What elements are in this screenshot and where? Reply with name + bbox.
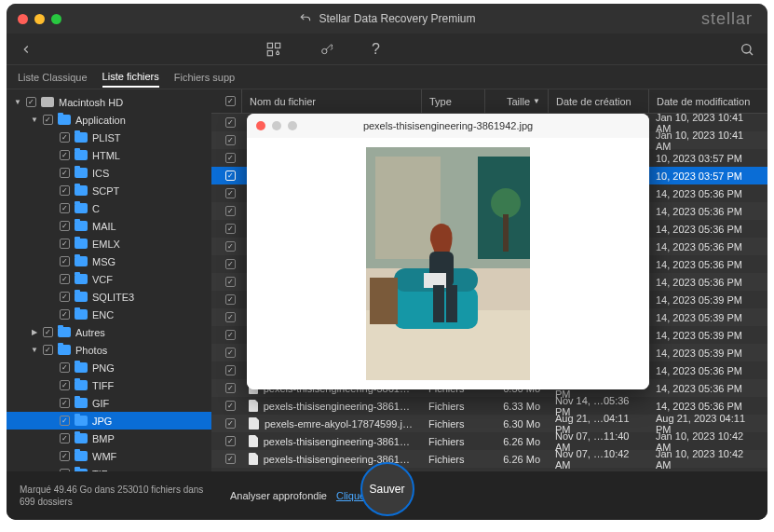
- tree-node[interactable]: ✓GIF: [7, 394, 211, 412]
- window-controls: [18, 14, 61, 24]
- tree-label: SCPT: [92, 185, 206, 197]
- tree-checkbox[interactable]: ✓: [60, 309, 70, 320]
- row-checkbox[interactable]: ✓: [219, 255, 241, 273]
- col-modified[interactable]: Date de modification: [648, 89, 767, 113]
- table-row[interactable]: ✓pexels-thisisengineering-3861961.jpgFic…: [211, 450, 767, 468]
- tree-node[interactable]: ✓C: [7, 199, 211, 217]
- tree-checkbox[interactable]: ✓: [60, 203, 70, 213]
- tree-checkbox[interactable]: ✓: [43, 345, 53, 355]
- row-checkbox[interactable]: ✓: [219, 361, 241, 379]
- col-name[interactable]: Nom du fichier: [241, 89, 421, 113]
- grid-view-icon[interactable]: [265, 41, 282, 58]
- preview-window[interactable]: pexels-thisisengineering-3861942.jpg: [247, 114, 649, 389]
- tree-checkbox[interactable]: ✓: [60, 451, 70, 461]
- row-checkbox[interactable]: ✓: [219, 273, 241, 291]
- row-checkbox[interactable]: ✓: [219, 379, 241, 397]
- chevron-right-icon[interactable]: ▶: [31, 328, 38, 336]
- row-checkbox[interactable]: ✓: [219, 344, 241, 361]
- cell-modified: 14, 2023 05:36 PM: [648, 202, 767, 220]
- tree-checkbox[interactable]: ✓: [60, 416, 70, 426]
- row-checkbox[interactable]: ✓: [219, 220, 241, 238]
- folder-icon: [75, 239, 88, 249]
- brand-logo: stellar: [701, 9, 753, 29]
- row-checkbox[interactable]: ✓: [219, 167, 241, 184]
- tree-node[interactable]: ✓HTML: [7, 146, 211, 164]
- tree-checkbox[interactable]: ✓: [60, 398, 70, 408]
- col-type[interactable]: Type: [421, 89, 484, 113]
- col-created[interactable]: Date de création: [548, 89, 648, 113]
- tree-checkbox[interactable]: ✓: [60, 274, 70, 284]
- row-checkbox[interactable]: ✓: [219, 202, 241, 220]
- tab-fichiers-supp[interactable]: Fichiers supp: [174, 68, 235, 87]
- row-checkbox[interactable]: ✓: [219, 131, 241, 149]
- row-checkbox[interactable]: ✓: [219, 326, 241, 344]
- tree-node[interactable]: ✓TIFF: [7, 376, 211, 394]
- tree-checkbox[interactable]: ✓: [60, 380, 70, 390]
- tree-node[interactable]: ✓PNG: [7, 359, 211, 376]
- tree-node[interactable]: ✓ENC: [7, 306, 211, 323]
- tree-node[interactable]: ▼✓Application: [7, 111, 211, 129]
- undo-icon[interactable]: [298, 12, 311, 25]
- tree-node[interactable]: ✓ICS: [7, 164, 211, 182]
- tree-node[interactable]: ✓JPG: [7, 412, 211, 430]
- row-checkbox[interactable]: ✓: [219, 184, 241, 202]
- tab-liste-classique[interactable]: Liste Classique: [18, 68, 88, 87]
- tree-node[interactable]: ✓SQLITE3: [7, 288, 211, 306]
- tree-node[interactable]: ✓SCPT: [7, 182, 211, 199]
- row-checkbox[interactable]: ✓: [219, 238, 241, 255]
- tree-node[interactable]: ▶✓Autres: [7, 323, 211, 341]
- tree-checkbox[interactable]: ✓: [26, 97, 36, 107]
- tree-node[interactable]: ▼✓Macintosh HD: [7, 93, 211, 111]
- tree-checkbox[interactable]: ✓: [60, 433, 70, 443]
- tree-node[interactable]: ✓PLIST: [7, 129, 211, 146]
- row-checkbox[interactable]: ✓: [219, 450, 241, 468]
- tree-node[interactable]: ✓MSG: [7, 252, 211, 270]
- tree-checkbox[interactable]: ✓: [60, 150, 70, 160]
- chevron-down-icon[interactable]: ▼: [31, 116, 38, 124]
- row-checkbox[interactable]: ✓: [219, 114, 241, 131]
- folder-tree[interactable]: ▼✓Macintosh HD▼✓Application✓PLIST✓HTML✓I…: [7, 89, 211, 471]
- row-checkbox[interactable]: ✓: [219, 149, 241, 167]
- row-checkbox[interactable]: ✓: [219, 291, 241, 308]
- row-checkbox[interactable]: ✓: [219, 432, 241, 450]
- help-icon[interactable]: ?: [372, 41, 380, 58]
- tree-node[interactable]: ✓MAIL: [7, 217, 211, 235]
- folder-icon: [58, 115, 71, 125]
- row-checkbox[interactable]: ✓: [219, 415, 241, 432]
- svg-rect-1: [276, 43, 280, 48]
- save-button[interactable]: Sauver: [360, 462, 414, 516]
- tree-node[interactable]: ✓VCF: [7, 270, 211, 288]
- key-icon[interactable]: [319, 42, 334, 57]
- tree-node[interactable]: ✓BMP: [7, 430, 211, 447]
- tree-checkbox[interactable]: ✓: [60, 221, 70, 231]
- minimize-icon[interactable]: [34, 14, 45, 24]
- cell-created: Nov 07, …10:42 AM: [548, 450, 648, 468]
- chevron-down-icon[interactable]: ▼: [31, 346, 38, 354]
- svg-rect-2: [267, 50, 272, 55]
- row-checkbox[interactable]: ✓: [219, 308, 241, 326]
- tree-checkbox[interactable]: ✓: [43, 115, 53, 125]
- folder-icon: [58, 345, 71, 355]
- row-checkbox[interactable]: ✓: [219, 397, 241, 415]
- preview-close-icon[interactable]: [256, 121, 265, 130]
- tree-checkbox[interactable]: ✓: [60, 132, 70, 143]
- tree-checkbox[interactable]: ✓: [60, 239, 70, 249]
- tab-liste-fichiers[interactable]: Liste fichiers: [102, 67, 159, 88]
- maximize-icon[interactable]: [51, 14, 61, 24]
- tree-node[interactable]: ✓WMF: [7, 447, 211, 465]
- tree-node[interactable]: ▼✓Photos: [7, 341, 211, 359]
- tree-node[interactable]: ✓TIF: [7, 465, 211, 471]
- tree-node[interactable]: ✓EMLX: [7, 235, 211, 252]
- tree-checkbox[interactable]: ✓: [60, 292, 70, 302]
- tree-checkbox[interactable]: ✓: [60, 362, 70, 373]
- close-icon[interactable]: [18, 14, 28, 24]
- header-checkbox[interactable]: ✓: [219, 89, 241, 113]
- col-size[interactable]: Taille ▼: [484, 89, 548, 113]
- tree-checkbox[interactable]: ✓: [60, 185, 70, 196]
- chevron-down-icon[interactable]: ▼: [14, 98, 21, 106]
- tree-checkbox[interactable]: ✓: [60, 256, 70, 266]
- tree-checkbox[interactable]: ✓: [60, 168, 70, 178]
- tree-checkbox[interactable]: ✓: [43, 327, 53, 337]
- back-icon[interactable]: [20, 43, 33, 56]
- search-icon[interactable]: [740, 42, 754, 57]
